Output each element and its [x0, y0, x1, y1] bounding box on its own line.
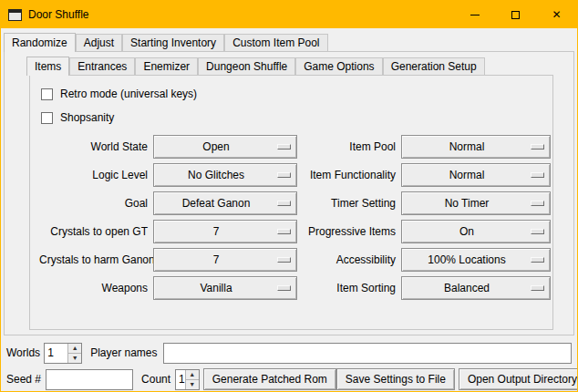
seed-label: Seed #	[6, 373, 41, 386]
count-spinner-arrows: ▲ ▼	[185, 370, 199, 389]
retro-mode-checkbox[interactable]	[41, 88, 53, 100]
minimize-button[interactable]	[454, 1, 495, 28]
tab-items[interactable]: Items	[26, 57, 69, 76]
count-value: 1	[176, 370, 185, 389]
weapons-dropdown[interactable]: Vanilla	[153, 276, 297, 300]
generate-patched-rom-button[interactable]: Generate Patched Rom	[203, 368, 336, 390]
dropdown-indicator-icon	[531, 172, 544, 178]
count-spinner[interactable]: 1 ▲ ▼	[175, 369, 200, 390]
dropdown-indicator-icon	[531, 144, 544, 150]
progressive-items-label: Progressive Items	[303, 220, 396, 243]
retro-mode-row: Retro mode (universal keys)	[39, 82, 552, 106]
maximize-icon	[511, 11, 520, 19]
player-names-label: Player names	[90, 346, 157, 359]
progressive-items-dropdown[interactable]: On	[401, 220, 551, 243]
dropdown-indicator-icon	[531, 201, 544, 206]
down-arrow-icon[interactable]: ▼	[186, 379, 199, 389]
crystals-open-gt-label: Crystals to open GT	[39, 220, 148, 243]
titlebar[interactable]: Door Shuffle ✕	[1, 1, 577, 28]
goal-dropdown[interactable]: Defeat Ganon	[153, 191, 297, 215]
shopsanity-checkbox[interactable]	[41, 112, 53, 124]
items-panel: Retro mode (universal keys) Shopsanity W…	[29, 75, 553, 330]
down-arrow-icon[interactable]: ▼	[68, 353, 81, 363]
accessibility-dropdown[interactable]: 100% Locations	[401, 248, 551, 272]
close-button[interactable]: ✕	[536, 1, 577, 28]
window-title: Door Shuffle	[28, 8, 89, 21]
open-output-directory-button[interactable]: Open Output Directory	[459, 368, 578, 390]
tab-randomize[interactable]: Randomize	[4, 33, 76, 52]
tab-custom-item-pool[interactable]: Custom Item Pool	[224, 34, 327, 51]
door-shuffle-window: Door Shuffle ✕ Randomize Adjust Starting…	[0, 0, 578, 392]
player-names-input[interactable]	[163, 343, 573, 364]
shopsanity-label: Shopsanity	[60, 111, 114, 124]
goal-value: Defeat Ganon	[182, 197, 269, 210]
timer-setting-dropdown[interactable]: No Timer	[401, 191, 551, 215]
tab-generation-setup[interactable]: Generation Setup	[383, 57, 485, 75]
accessibility-label: Accessibility	[303, 248, 396, 272]
timer-setting-label: Timer Setting	[303, 191, 396, 215]
weapons-value: Vanilla	[200, 282, 250, 294]
tab-enemizer[interactable]: Enemizer	[135, 57, 198, 75]
world-state-label: World State	[39, 135, 148, 159]
item-functionality-value: Normal	[449, 169, 503, 181]
tab-starting-inventory[interactable]: Starting Inventory	[122, 34, 224, 51]
worlds-spinner-arrows: ▲ ▼	[67, 344, 81, 363]
crystals-open-gt-dropdown[interactable]: 7	[153, 220, 297, 243]
close-icon: ✕	[552, 9, 561, 20]
logic-level-value: No Glitches	[188, 169, 263, 181]
goal-label: Goal	[39, 191, 148, 215]
seed-input[interactable]	[46, 369, 133, 390]
save-settings-button[interactable]: Save Settings to File	[336, 368, 455, 390]
up-arrow-icon[interactable]: ▲	[68, 344, 81, 353]
tab-adjust[interactable]: Adjust	[76, 34, 122, 51]
sub-tab-bar: Items Entrances Enemizer Dungeon Shuffle…	[26, 57, 573, 75]
progressive-items-value: On	[459, 225, 492, 238]
accessibility-value: 100% Locations	[428, 253, 523, 266]
shopsanity-row: Shopsanity	[39, 106, 552, 129]
worlds-label: Worlds	[6, 346, 40, 359]
count-label: Count	[141, 373, 170, 386]
item-functionality-dropdown[interactable]: Normal	[401, 163, 551, 187]
maximize-button[interactable]	[495, 1, 536, 28]
window-controls: ✕	[454, 1, 577, 28]
item-pool-value: Normal	[449, 140, 503, 153]
options-grid: World State Open Item Pool Normal Logic …	[39, 135, 552, 300]
multiworld-row: Worlds 1 ▲ ▼ Player names	[6, 342, 572, 364]
dropdown-indicator-icon	[531, 257, 544, 263]
timer-setting-value: No Timer	[445, 197, 508, 210]
main-tab-bar: Randomize Adjust Starting Inventory Cust…	[4, 32, 577, 51]
bottom-controls: Worlds 1 ▲ ▼ Player names Seed # Count 1	[6, 342, 572, 390]
world-state-dropdown[interactable]: Open	[153, 135, 297, 159]
dropdown-indicator-icon	[277, 144, 291, 150]
dropdown-indicator-icon	[277, 285, 291, 291]
dropdown-indicator-icon	[277, 229, 291, 234]
randomize-panel: Items Entrances Enemizer Dungeon Shuffle…	[4, 51, 574, 335]
app-icon	[8, 9, 22, 21]
world-state-value: Open	[202, 140, 247, 153]
window-body: Randomize Adjust Starting Inventory Cust…	[1, 28, 577, 391]
item-sorting-value: Balanced	[444, 282, 508, 294]
tab-entrances[interactable]: Entrances	[69, 57, 135, 75]
minimize-icon	[470, 15, 480, 15]
crystals-harm-ganon-label: Crystals to harm Ganon	[39, 248, 148, 272]
item-sorting-label: Item Sorting	[303, 276, 396, 300]
item-sorting-dropdown[interactable]: Balanced	[401, 276, 551, 300]
dropdown-indicator-icon	[277, 172, 291, 178]
generate-row: Seed # Count 1 ▲ ▼ Generate Patched Rom …	[6, 368, 572, 390]
dropdown-indicator-icon	[531, 229, 544, 234]
weapons-label: Weapons	[39, 276, 148, 300]
logic-level-dropdown[interactable]: No Glitches	[153, 163, 297, 187]
retro-mode-label: Retro mode (universal keys)	[60, 88, 197, 100]
tab-dungeon-shuffle[interactable]: Dungeon Shuffle	[198, 57, 295, 75]
worlds-spinner[interactable]: 1 ▲ ▼	[44, 343, 82, 364]
crystals-harm-ganon-dropdown[interactable]: 7	[153, 248, 297, 272]
dropdown-indicator-icon	[531, 285, 544, 291]
worlds-value: 1	[45, 344, 67, 363]
crystals-open-gt-value: 7	[213, 225, 238, 238]
up-arrow-icon[interactable]: ▲	[186, 370, 199, 379]
dropdown-indicator-icon	[277, 201, 291, 206]
dropdown-indicator-icon	[277, 257, 291, 263]
tab-game-options[interactable]: Game Options	[295, 57, 382, 75]
item-pool-dropdown[interactable]: Normal	[401, 135, 551, 159]
item-pool-label: Item Pool	[303, 135, 396, 159]
